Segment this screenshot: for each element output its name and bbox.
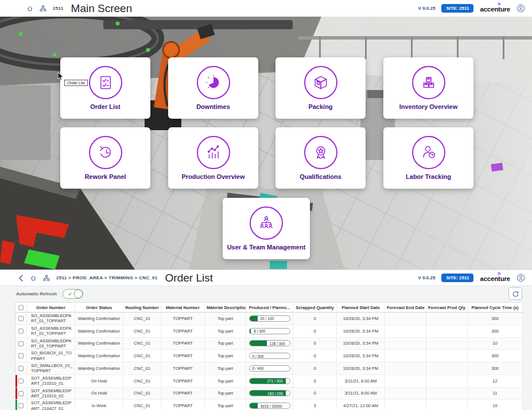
- produced-progressbar: 183 / 200: [249, 390, 290, 396]
- cell-produced-planned: 20 / 100: [246, 313, 293, 325]
- row-checkbox[interactable]: [18, 316, 24, 321]
- cell-planned-start-date: 10/26/20, 3:34 PM: [337, 362, 385, 375]
- row-checkbox[interactable]: [18, 366, 24, 371]
- select-all-checkbox[interactable]: [18, 305, 24, 310]
- mouse-cursor-icon: [57, 72, 64, 83]
- table-row[interactable]: SO_ASSEMBLEDPART_01_TOPPARTWainting Conf…: [15, 313, 523, 325]
- cell-planned-cycle-time: 10: [468, 337, 523, 350]
- auto-refresh-toggle[interactable]: ✓: [63, 289, 83, 299]
- table-row[interactable]: SOT_ASSEMBLEDPART_210427_01In WorkCNC_01…: [15, 400, 523, 410]
- cell-routing-number: CNC_01: [123, 387, 161, 400]
- col-planned-start-date[interactable]: Planned Start Date: [337, 303, 385, 313]
- tile-labor-tracking[interactable]: Labor Tracking: [383, 127, 473, 189]
- cell-order-status: Wainting Confirmation: [75, 337, 123, 350]
- back-icon[interactable]: [18, 275, 24, 282]
- cell-planned-cycle-time: 300: [468, 325, 523, 337]
- tile-label: Rework Panel: [81, 173, 129, 180]
- cell-material-description: Top part: [205, 350, 246, 362]
- table-header-row: Order Number Order Status Routing Number…: [15, 303, 523, 313]
- home-icon[interactable]: [30, 275, 37, 282]
- row-select-cell: [15, 362, 27, 375]
- main-screen-header: 2511 Main Screen V 0.0.25 SITE: 2511 >ac…: [0, 0, 532, 17]
- user-avatar-icon[interactable]: [517, 4, 525, 13]
- tile-inventory-overview[interactable]: Inventory Overview: [383, 57, 473, 119]
- refresh-button[interactable]: [508, 287, 522, 300]
- hierarchy-icon[interactable]: [40, 5, 46, 12]
- cell-forecast-end-date: [385, 362, 426, 375]
- tile-user-team-management[interactable]: User & Team Management: [223, 198, 310, 259]
- row-checkbox[interactable]: [18, 403, 24, 408]
- user-avatar-icon[interactable]: [517, 274, 525, 282]
- cell-material-description: Top part: [205, 337, 246, 350]
- cell-produced-planned: 8 / 300: [246, 325, 293, 337]
- site-badge: SITE: 2511: [441, 274, 473, 282]
- cell-planned-start-date: 10/26/20, 3:34 PM: [337, 325, 385, 337]
- tile-rework-panel[interactable]: Rework Panel: [60, 127, 150, 189]
- cell-scrapped-quantity: 0: [293, 325, 337, 337]
- col-produced-planned[interactable]: Produced / Planne...: [246, 303, 293, 313]
- hierarchy-icon[interactable]: [43, 275, 50, 282]
- row-checkbox[interactable]: [18, 378, 24, 384]
- tile-packing[interactable]: Packing: [275, 57, 366, 119]
- cell-order-number: SO_SMALLBOX_01_TOPPART: [27, 362, 75, 375]
- row-checkbox[interactable]: [18, 353, 24, 358]
- tile-label: Production Overview: [178, 173, 248, 180]
- cell-material-description: Top part: [205, 374, 246, 387]
- cell-order-status: Wainting Confirmation: [75, 313, 123, 325]
- row-status-stripe: [15, 400, 17, 410]
- row-select-cell: [15, 350, 27, 362]
- col-order-status[interactable]: Order Status: [75, 303, 123, 313]
- tile-order-list[interactable]: Order List: [60, 57, 150, 119]
- col-material-description[interactable]: Material Description: [205, 303, 246, 313]
- cell-forecast-prod-qty: [426, 325, 468, 337]
- order-table: Order Number Order Status Routing Number…: [15, 302, 523, 410]
- produced-progressbar: 128 / 300: [249, 340, 290, 346]
- table-row[interactable]: SO_ASSEMBLEDPART_02_TOPPARTWainting Conf…: [15, 325, 523, 337]
- col-forecast-end-date[interactable]: Forecast End Date: [385, 303, 426, 313]
- tile-production-overview[interactable]: Production Overview: [168, 127, 258, 189]
- row-checkbox[interactable]: [18, 329, 24, 334]
- col-material-number[interactable]: Material Number: [161, 303, 205, 313]
- cell-forecast-prod-qty: [426, 374, 468, 387]
- row-checkbox[interactable]: [18, 341, 24, 346]
- cell-material-number: TOPPART: [161, 400, 205, 410]
- cell-forecast-prod-qty: [426, 400, 468, 410]
- cell-produced-planned: 3915 / 20000: [246, 400, 293, 410]
- cell-scrapped-quantity: 0: [293, 350, 337, 362]
- version-label: V 0.0.25: [418, 275, 436, 280]
- cell-forecast-prod-qty: [426, 313, 468, 325]
- cell-material-number: TOPPART: [161, 313, 205, 325]
- cell-order-status: In Work: [75, 400, 123, 410]
- row-checkbox[interactable]: [18, 391, 24, 396]
- site-badge: SITE: 2511: [441, 4, 473, 13]
- breadcrumb[interactable]: 2511 > PROD_AREA > TRIMMING > CNC_01: [56, 275, 158, 280]
- col-routing-number[interactable]: Routing Number: [123, 303, 161, 313]
- accenture-logo: >accenture: [480, 4, 510, 13]
- org-chart-icon: [250, 206, 283, 240]
- table-row[interactable]: SO_BIGBOX_01_TOPPARTWainting Confirmatio…: [15, 350, 523, 362]
- tile-label: Downtimes: [193, 103, 234, 110]
- home-icon[interactable]: [26, 5, 33, 12]
- order-list-header: 2511 > PROD_AREA > TRIMMING > CNC_01 Ord…: [0, 270, 532, 286]
- stacked-boxes-icon: [412, 66, 445, 99]
- cell-planned-start-date: 10/26/20, 3:34 PM: [337, 313, 385, 325]
- tile-label: Qualifications: [296, 173, 345, 180]
- col-planned-cycle-time[interactable]: Planned Cycle Time (s): [468, 303, 523, 313]
- table-row[interactable]: SO_ASSEMBLEDPART_03_TOPPARTWainting Conf…: [15, 337, 523, 350]
- table-row[interactable]: SOT_ASSEMBLEDPART_210310_02On HoldCNC_01…: [15, 387, 523, 400]
- cell-order-number: SO_ASSEMBLEDPART_02_TOPPART: [27, 325, 75, 337]
- person-clock-icon: [412, 136, 445, 169]
- site-code: 2511: [53, 6, 64, 11]
- cursor-tooltip: Order List: [64, 80, 88, 86]
- cell-routing-number: CNC_01: [123, 313, 161, 325]
- col-scrapped-quantity[interactable]: Scrapped Quantity: [293, 303, 337, 313]
- col-order-number[interactable]: Order Number: [27, 303, 75, 313]
- cell-forecast-end-date: [385, 350, 426, 362]
- accenture-symbol-icon: >: [498, 1, 500, 7]
- cell-material-number: TOPPART: [161, 374, 205, 387]
- tile-downtimes[interactable]: Downtimes: [168, 57, 258, 119]
- table-row[interactable]: SOT_ASSEMBLEDPART_210310_01On HoldCNC_01…: [15, 374, 523, 387]
- col-forecast-prod-qty[interactable]: Forecast Prod Qty: [426, 303, 468, 313]
- tile-qualifications[interactable]: Qualifications: [275, 127, 366, 189]
- table-row[interactable]: SO_SMALLBOX_01_TOPPARTWainting Confirmat…: [15, 362, 523, 375]
